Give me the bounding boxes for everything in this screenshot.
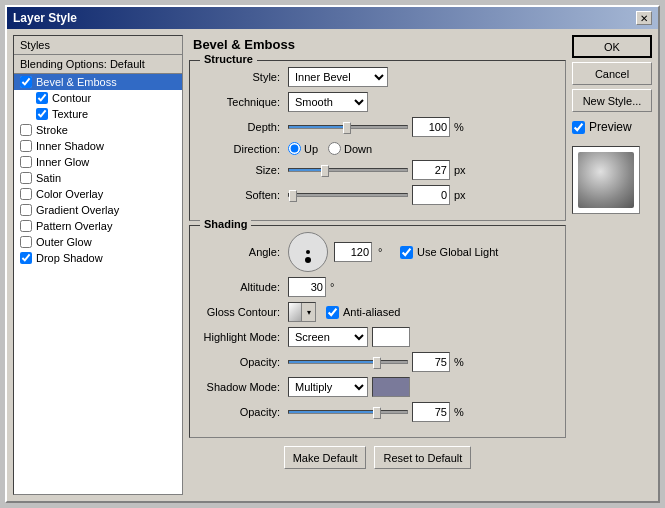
size-unit: px	[454, 164, 470, 176]
highlight-color-swatch[interactable]	[372, 327, 410, 347]
sidebar-item-texture[interactable]: Texture	[14, 106, 182, 122]
sidebar-item-gradient-overlay[interactable]: Gradient Overlay	[14, 202, 182, 218]
highlight-opacity-input[interactable]	[412, 352, 450, 372]
size-row: Size: px	[200, 160, 555, 180]
sidebar-item-satin[interactable]: Satin	[14, 170, 182, 186]
gradient-overlay-checkbox[interactable]	[20, 204, 32, 216]
new-style-button[interactable]: New Style...	[572, 89, 652, 112]
depth-unit: %	[454, 121, 470, 133]
preview-box	[572, 146, 640, 214]
soften-row: Soften: px	[200, 185, 555, 205]
highlight-opacity-slider[interactable]	[288, 360, 408, 364]
highlight-opacity-control: %	[288, 352, 555, 372]
depth-control: %	[288, 117, 555, 137]
drop-shadow-checkbox[interactable]	[20, 252, 32, 264]
shadow-opacity-fill	[289, 411, 378, 413]
highlight-mode-label: Highlight Mode:	[200, 331, 280, 343]
size-thumb[interactable]	[321, 165, 329, 177]
soften-slider[interactable]	[288, 193, 408, 197]
preview-label: Preview	[589, 120, 632, 134]
anti-aliased-label[interactable]: Anti-aliased	[326, 306, 400, 319]
style-row: Style: Inner Bevel Outer Bevel Emboss Pi…	[200, 67, 555, 87]
altitude-input[interactable]	[288, 277, 326, 297]
close-button[interactable]: ✕	[636, 11, 652, 25]
pattern-overlay-checkbox[interactable]	[20, 220, 32, 232]
shadow-opacity-row: Opacity: %	[200, 402, 555, 422]
inner-shadow-checkbox[interactable]	[20, 140, 32, 152]
ok-button[interactable]: OK	[572, 35, 652, 58]
contour-label: Contour	[52, 92, 91, 104]
sidebar-item-color-overlay[interactable]: Color Overlay	[14, 186, 182, 202]
dialog-title: Layer Style	[13, 11, 77, 25]
shadow-opacity-thumb[interactable]	[373, 407, 381, 419]
reset-to-default-button[interactable]: Reset to Default	[374, 446, 471, 469]
shading-title: Shading	[200, 218, 251, 230]
sidebar-item-outer-glow[interactable]: Outer Glow	[14, 234, 182, 250]
highlight-mode-row: Highlight Mode: Screen Normal Multiply	[200, 327, 555, 347]
soften-thumb[interactable]	[289, 190, 297, 202]
cancel-button[interactable]: Cancel	[572, 62, 652, 85]
shadow-mode-label: Shadow Mode:	[200, 381, 280, 393]
depth-label: Depth:	[200, 121, 280, 133]
depth-input[interactable]	[412, 117, 450, 137]
angle-indicator	[305, 257, 311, 263]
drop-shadow-label: Drop Shadow	[36, 252, 103, 264]
gloss-inner	[289, 303, 301, 321]
right-panel: OK Cancel New Style... Preview	[572, 35, 652, 495]
direction-up-label[interactable]: Up	[288, 142, 318, 155]
direction-down-radio[interactable]	[328, 142, 341, 155]
outer-glow-checkbox[interactable]	[20, 236, 32, 248]
highlight-opacity-thumb[interactable]	[373, 357, 381, 369]
shadow-opacity-control: %	[288, 402, 555, 422]
sidebar-item-inner-shadow[interactable]: Inner Shadow	[14, 138, 182, 154]
angle-label: Angle:	[200, 246, 280, 258]
global-light-label[interactable]: Use Global Light	[400, 246, 498, 259]
middle-panel: Bevel & Emboss Structure Style: Inner Be…	[189, 35, 566, 495]
direction-down-label[interactable]: Down	[328, 142, 372, 155]
sidebar-item-contour[interactable]: Contour	[14, 90, 182, 106]
highlight-opacity-unit: %	[454, 356, 470, 368]
preview-checkbox[interactable]	[572, 121, 585, 134]
preview-thumbnail	[578, 152, 634, 208]
sidebar-item-stroke[interactable]: Stroke	[14, 122, 182, 138]
shadow-opacity-slider[interactable]	[288, 410, 408, 414]
shadow-opacity-input[interactable]	[412, 402, 450, 422]
depth-thumb[interactable]	[343, 122, 351, 134]
shadow-opacity-unit: %	[454, 406, 470, 418]
bevel-emboss-checkbox[interactable]	[20, 76, 32, 88]
angle-input[interactable]	[334, 242, 372, 262]
technique-select[interactable]: Smooth Chisel Hard Chisel Soft	[288, 92, 368, 112]
color-overlay-label: Color Overlay	[36, 188, 103, 200]
anti-aliased-checkbox[interactable]	[326, 306, 339, 319]
highlight-mode-select[interactable]: Screen Normal Multiply	[288, 327, 368, 347]
bottom-bar: Make Default Reset to Default	[189, 442, 566, 475]
satin-label: Satin	[36, 172, 61, 184]
shadow-color-swatch[interactable]	[372, 377, 410, 397]
satin-checkbox[interactable]	[20, 172, 32, 184]
technique-label: Technique:	[200, 96, 280, 108]
sidebar-item-bevel-emboss[interactable]: Bevel & Emboss	[14, 74, 182, 90]
angle-circle[interactable]	[288, 232, 328, 272]
direction-up-radio[interactable]	[288, 142, 301, 155]
styles-header: Styles	[14, 36, 182, 55]
angle-control: ° Use Global Light	[288, 232, 498, 272]
gloss-swatch[interactable]: ▾	[288, 302, 316, 322]
sidebar-item-pattern-overlay[interactable]: Pattern Overlay	[14, 218, 182, 234]
color-overlay-checkbox[interactable]	[20, 188, 32, 200]
sidebar-item-drop-shadow[interactable]: Drop Shadow	[14, 250, 182, 266]
depth-slider[interactable]	[288, 125, 408, 129]
texture-checkbox[interactable]	[36, 108, 48, 120]
size-input[interactable]	[412, 160, 450, 180]
global-light-checkbox[interactable]	[400, 246, 413, 259]
stroke-checkbox[interactable]	[20, 124, 32, 136]
contour-checkbox[interactable]	[36, 92, 48, 104]
sidebar-item-inner-glow[interactable]: Inner Glow	[14, 154, 182, 170]
style-select[interactable]: Inner Bevel Outer Bevel Emboss Pillow Em…	[288, 67, 388, 87]
soften-input[interactable]	[412, 185, 450, 205]
shadow-mode-select[interactable]: Multiply Normal Screen	[288, 377, 368, 397]
make-default-button[interactable]: Make Default	[284, 446, 367, 469]
size-slider[interactable]	[288, 168, 408, 172]
inner-glow-checkbox[interactable]	[20, 156, 32, 168]
shadow-mode-control: Multiply Normal Screen	[288, 377, 555, 397]
altitude-unit: °	[330, 281, 346, 293]
